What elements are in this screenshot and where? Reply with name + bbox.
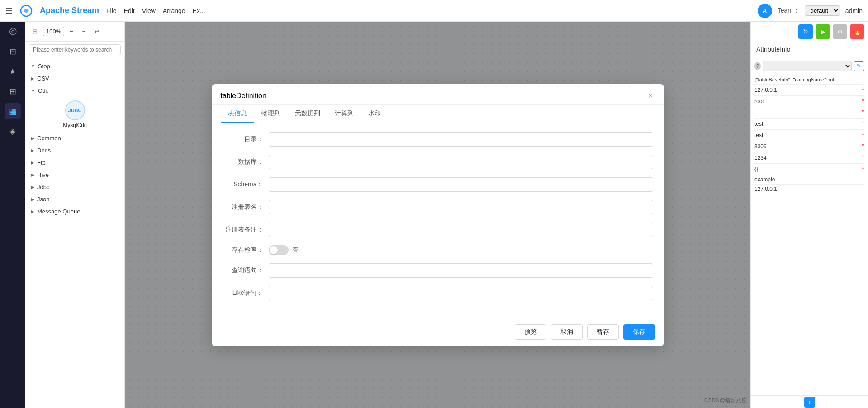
catalog-input[interactable] <box>269 132 653 147</box>
attr-field-value-3[interactable]: test <box>754 121 860 127</box>
refresh-button[interactable]: ↻ <box>798 24 813 39</box>
menu-icon[interactable]: ☰ <box>5 6 13 16</box>
attr-field-value-5[interactable]: 3306 <box>754 143 860 150</box>
toggle-row: 否 <box>269 245 298 255</box>
tab-table-info[interactable]: 表信息 <box>221 105 254 123</box>
scroll-indicator[interactable]: ↕ <box>804 397 815 408</box>
sidebar-group-doris-label: Doris <box>37 147 51 154</box>
sidebar-group-stop-label: Stop <box>38 63 50 70</box>
sidebar-collapse-btn[interactable]: ⊟ <box>29 26 41 37</box>
play-button[interactable]: ▶ <box>816 24 830 39</box>
tab-watermark[interactable]: 水印 <box>361 105 388 123</box>
form-row-catalog: 目录： <box>223 132 653 147</box>
attr-type-select[interactable] <box>763 61 852 71</box>
attr-field-1: root * <box>754 96 864 107</box>
team-select[interactable]: default <box>805 5 840 16</box>
undo-btn[interactable]: ↩ <box>91 26 103 37</box>
mysql-cdc-label: MysqlCdc <box>63 122 87 128</box>
icon-bar-star[interactable]: ★ <box>5 63 21 80</box>
menu-arrange[interactable]: Arrange <box>163 7 185 14</box>
sidebar-group-common: ▶ Common <box>25 132 124 144</box>
sidebar-group-ftp: ▶ Ftp <box>25 157 124 169</box>
tab-physical-col[interactable]: 物理列 <box>254 105 288 123</box>
tab-calc-col[interactable]: 计算列 <box>327 105 361 123</box>
database-label: 数据库： <box>223 158 263 166</box>
attr-field-2: ...... * <box>754 107 864 119</box>
exist-check-toggle[interactable] <box>269 245 289 255</box>
sidebar-group-hive-header[interactable]: ▶ Hive <box>25 169 124 181</box>
menu-extra[interactable]: Ex... <box>193 7 205 14</box>
attr-field-value-4[interactable]: test <box>754 132 860 138</box>
save-draft-button[interactable]: 暂存 <box>587 324 619 340</box>
table-name-input[interactable] <box>269 200 653 214</box>
settings-button[interactable]: ⚙ <box>833 24 847 39</box>
query-input[interactable] <box>269 263 653 278</box>
icon-bar-layers[interactable]: ⊞ <box>5 83 21 100</box>
cancel-button[interactable]: 取消 <box>551 324 583 340</box>
sidebar-group-json: ▶ Json <box>25 193 124 205</box>
attr-field-value-8[interactable]: example <box>754 176 864 183</box>
right-panel-title: AttributeInfo <box>751 42 868 57</box>
like-input[interactable] <box>269 286 653 300</box>
sidebar-search-area <box>25 42 124 58</box>
menu-file[interactable]: File <box>106 7 117 14</box>
zoom-in-btn[interactable]: + <box>79 26 90 37</box>
icon-bar-logo: ◎ <box>9 25 17 36</box>
sidebar-group-cdc-label: Cdc <box>38 87 48 94</box>
sidebar-group-mq-header[interactable]: ▶ Message Queue <box>25 205 124 218</box>
zoom-out-btn[interactable]: − <box>66 26 77 37</box>
sidebar-group-cdc-header[interactable]: ▼ Cdc <box>25 85 124 97</box>
sidebar-group-common-header[interactable]: ▶ Common <box>25 132 124 144</box>
sidebar-group-json-header[interactable]: ▶ Json <box>25 193 124 205</box>
sidebar-group-jdbc-label: Jdbc <box>37 184 49 190</box>
sidebar-group-stop-header[interactable]: ▼ Stop <box>25 60 124 72</box>
comment-input[interactable] <box>269 223 653 237</box>
preview-button[interactable]: 预览 <box>515 324 546 340</box>
sidebar-group-jdbc-header[interactable]: ▶ Jdbc <box>25 181 124 193</box>
tab-metadata-col[interactable]: 元数据列 <box>288 105 327 123</box>
attr-field-required-5: * <box>862 142 864 151</box>
search-input[interactable] <box>29 44 121 55</box>
json-arrow-icon: ▶ <box>31 197 34 202</box>
attr-field-required-3: * <box>862 120 864 128</box>
mq-arrow-icon: ▶ <box>31 209 34 214</box>
attr-field-required-2: * <box>862 109 864 117</box>
fire-button[interactable]: 🔥 <box>850 24 864 39</box>
attr-field-value-1[interactable]: root <box>754 98 860 104</box>
attr-select-row: ? ✎ <box>754 61 864 71</box>
schema-input[interactable] <box>269 177 653 192</box>
sidebar-group-stop: ▼ Stop <box>25 60 124 72</box>
right-panel: ↻ ▶ ⚙ 🔥 AttributeInfo ? ✎ {"tableBaseInf… <box>750 22 868 408</box>
form-row-database: 数据库： <box>223 155 653 169</box>
dialog-close-button[interactable]: × <box>646 91 655 101</box>
save-button[interactable]: 保存 <box>623 324 655 340</box>
menu-view[interactable]: View <box>142 7 156 14</box>
icon-bar-plugin[interactable]: ◈ <box>5 123 21 139</box>
database-input[interactable] <box>269 155 653 169</box>
sidebar-group-ftp-header[interactable]: ▶ Ftp <box>25 157 124 169</box>
icon-bar-image[interactable]: ▦ <box>5 103 21 119</box>
attr-field-value-9[interactable]: 127.0.0.1 <box>754 186 864 192</box>
query-label: 查询语句： <box>223 266 263 275</box>
catalog-label: 目录： <box>223 135 263 143</box>
app-title: Apache Stream <box>40 6 99 15</box>
table-label: 注册表名： <box>223 203 263 211</box>
attr-field-value-6[interactable]: 1234 <box>754 155 860 161</box>
admin-label: admin <box>845 7 863 14</box>
translate-icon[interactable]: A <box>758 4 772 18</box>
sidebar: ⊟ 100% − + ↩ ▼ Stop ▶ CSV <box>25 22 125 408</box>
schema-label: Schema： <box>223 180 263 189</box>
attr-field-value-7[interactable]: {} <box>754 166 860 172</box>
attr-field-value-2[interactable]: ...... <box>754 109 860 116</box>
top-menu: File Edit View Arrange Ex... <box>106 7 205 14</box>
attr-field-value-0[interactable]: 127.0.0.1 <box>754 87 860 93</box>
csv-arrow-icon: ▶ <box>31 76 34 81</box>
sidebar-group-csv-header[interactable]: ▶ CSV <box>25 72 124 85</box>
attr-edit-button[interactable]: ✎ <box>854 61 864 71</box>
icon-bar-sidebar[interactable]: ⊟ <box>5 43 21 60</box>
sidebar-group-doris-header[interactable]: ▶ Doris <box>25 144 124 157</box>
mysql-cdc-node[interactable]: JDBC MysqlCdc <box>63 100 87 128</box>
menu-edit[interactable]: Edit <box>124 7 135 14</box>
form-row-comment: 注册表备注： <box>223 223 653 237</box>
icon-bar: ◎ ⊟ ★ ⊞ ▦ ◈ <box>0 22 25 408</box>
